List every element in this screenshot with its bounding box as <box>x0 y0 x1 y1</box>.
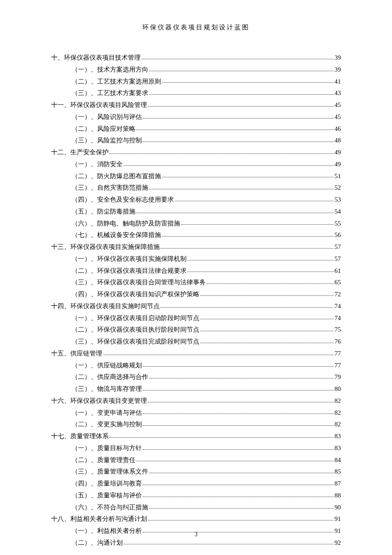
toc-leader-dots <box>143 386 334 390</box>
toc-entry-page: 52 <box>334 182 341 194</box>
toc-entry-label: （二）、风险应对策略 <box>72 123 135 135</box>
toc-subsection: （二）、供应商选择与合作79 <box>72 371 341 383</box>
toc-leader-dots <box>161 244 334 249</box>
toc-entry-page: 91 <box>334 513 341 525</box>
toc-subsection: （二）、风险应对策略46 <box>72 123 341 135</box>
toc-subsection: （四）、质量培训与教育87 <box>72 478 341 490</box>
toc-leader-dots <box>149 469 334 473</box>
toc-section: 十三、环保仪器仪表项目实施保障措施57 <box>51 241 341 253</box>
toc-entry-page: 82 <box>334 395 341 407</box>
toc-entry-label: 十八、利益相关者分析与沟通计划 <box>51 513 147 525</box>
toc-entry-page: 77 <box>334 360 341 372</box>
toc-subsection: （一）、环保仪器仪表项目实施保障机制57 <box>72 253 341 265</box>
toc-leader-dots <box>200 327 334 331</box>
toc-subsection: （二）、变更实施与控制82 <box>72 419 341 431</box>
toc-leader-dots <box>110 434 334 438</box>
toc-leader-dots <box>149 374 334 379</box>
toc-subsection: （六）、不符合与纠正措施90 <box>72 502 341 514</box>
toc-leader-dots <box>143 481 334 485</box>
toc-leader-dots <box>181 220 334 225</box>
toc-subsection: （一）、质量目标与方针83 <box>72 442 341 454</box>
toc-entry-page: 57 <box>334 253 341 265</box>
toc-leader-dots <box>143 410 334 414</box>
toc-entry-page: 75 <box>334 324 341 336</box>
toc-subsection: （二）、防火防爆总图布置措施51 <box>72 171 341 182</box>
toc-leader-dots <box>187 256 334 260</box>
toc-subsection: （七）、机械设备安全保障措施56 <box>72 229 341 241</box>
toc-entry-label: （一）、质量目标与方针 <box>72 442 142 454</box>
toc-leader-dots <box>143 138 334 142</box>
toc-section: 十二、生产安全保护49 <box>51 147 341 159</box>
toc-section: 十六、环保仪器仪表项目变更管理82 <box>51 395 341 407</box>
toc-entry-label: （一）、变更申请与评估 <box>72 407 142 419</box>
toc-entry-label: （一）、供应链战略规划 <box>72 360 142 372</box>
toc-entry-page: 39 <box>334 64 341 76</box>
toc-entry-page: 39 <box>334 52 341 64</box>
toc-leader-dots <box>207 280 334 284</box>
toc-entry-label: （六）、防静电、触电防护及防雷措施 <box>72 218 180 230</box>
toc-entry-page: 82 <box>334 419 341 431</box>
toc-subsection: （二）、工艺技术方案选用原则41 <box>72 76 341 88</box>
toc-entry-page: 74 <box>334 301 341 312</box>
toc-subsection: （一）、环保仪器仪表项目启动阶段时间节点74 <box>72 312 341 324</box>
toc-leader-dots <box>103 351 334 355</box>
toc-entry-label: （二）、工艺技术方案选用原则 <box>72 76 161 88</box>
table-of-contents: 十、环保仪器仪表项目技术管理39（一）、技术方案选用方向39（二）、工艺技术方案… <box>51 52 341 549</box>
toc-entry-label: （一）、环保仪器仪表项目启动阶段时间节点 <box>72 312 199 324</box>
toc-entry-page: 85 <box>334 466 341 478</box>
toc-entry-page: 49 <box>334 147 341 159</box>
toc-leader-dots <box>143 493 334 497</box>
toc-section: 十八、利益相关者分析与沟通计划91 <box>51 513 341 525</box>
toc-entry-label: 十三、环保仪器仪表项目实施保障措施 <box>51 241 160 253</box>
toc-entry-label: （七）、机械设备安全保障措施 <box>72 229 161 241</box>
toc-entry-label: （二）、环保仪器仪表项目法律合规要求 <box>72 265 187 277</box>
toc-entry-label: （四）、环保仪器仪表项目知识产权保护策略 <box>72 289 199 301</box>
toc-leader-dots <box>136 457 334 461</box>
toc-leader-dots <box>149 185 334 189</box>
toc-entry-label: （三）、风险监控与控制 <box>72 135 142 147</box>
toc-entry-page: 88 <box>334 490 341 502</box>
toc-subsection: （四）、安全色及安全标志使用要求53 <box>72 194 341 206</box>
toc-entry-page: 57 <box>334 241 341 253</box>
toc-entry-label: （四）、质量培训与教育 <box>72 478 142 490</box>
toc-entry-page: 79 <box>334 371 341 383</box>
toc-entry-page: 41 <box>334 76 341 88</box>
toc-entry-page: 46 <box>334 123 341 135</box>
toc-leader-dots <box>110 150 334 154</box>
toc-leader-dots <box>200 315 334 319</box>
toc-entry-page: 72 <box>334 289 341 301</box>
toc-subsection: （二）、质量管理责任84 <box>72 454 341 466</box>
toc-entry-page: 84 <box>334 454 341 466</box>
toc-entry-label: 十四、环保仪器仪表项目实施时间节点 <box>51 301 160 312</box>
toc-entry-page: 76 <box>334 336 341 348</box>
toc-entry-label: （一）、环保仪器仪表项目实施保障机制 <box>72 253 187 265</box>
toc-leader-dots <box>161 304 334 308</box>
toc-entry-label: （三）、工艺技术方案要求 <box>72 87 148 99</box>
document-page: 环保仪器仪表项目规划设计蓝图 十、环保仪器仪表项目技术管理39（一）、技术方案选… <box>0 0 392 555</box>
toc-section: 十四、环保仪器仪表项目实施时间节点74 <box>51 301 341 312</box>
toc-section: 十七、质量管理体系83 <box>51 431 341 442</box>
toc-subsection: （一）、消防安全49 <box>72 159 341 171</box>
toc-entry-page: 61 <box>334 265 341 277</box>
toc-entry-label: （六）、不符合与纠正措施 <box>72 502 148 514</box>
toc-leader-dots <box>187 268 334 272</box>
toc-leader-dots <box>141 55 334 59</box>
toc-leader-dots <box>124 540 334 544</box>
toc-leader-dots <box>148 398 334 402</box>
toc-entry-page: 82 <box>334 407 341 419</box>
toc-subsection: （一）、变更申请与评估82 <box>72 407 341 419</box>
toc-subsection: （三）、环保仪器仪表项目合同管理与法律事务65 <box>72 277 341 289</box>
toc-entry-page: 49 <box>334 159 341 171</box>
toc-subsection: （二）、环保仪器仪表项目执行阶段时间节点75 <box>72 324 341 336</box>
toc-entry-page: 83 <box>334 431 341 442</box>
toc-subsection: （一）、供应链战略规划77 <box>72 360 341 372</box>
toc-entry-page: 51 <box>334 171 341 182</box>
toc-leader-dots <box>175 197 334 201</box>
toc-subsection: （三）、环保仪器仪表项目完成阶段时间节点76 <box>72 336 341 348</box>
toc-leader-dots <box>136 209 334 213</box>
toc-entry-page: 83 <box>334 442 341 454</box>
toc-leader-dots <box>149 90 334 95</box>
toc-entry-label: （一）、技术方案选用方向 <box>72 64 148 76</box>
toc-entry-label: 十七、质量管理体系 <box>51 431 109 442</box>
toc-subsection: （一）、技术方案选用方向39 <box>72 64 341 76</box>
